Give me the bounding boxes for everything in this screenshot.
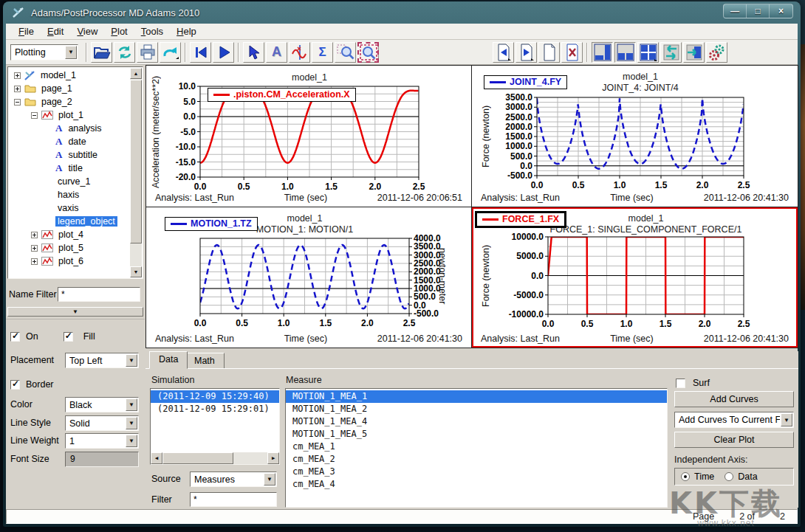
undo-button[interactable] [160,42,181,63]
tree-item-curve_1[interactable]: curve_1 [10,175,129,188]
plot-cell-plot_6[interactable]: 0.00.51.01.52.02.5-10000.0-5000.00.05000… [472,207,798,348]
zoom-tool-button[interactable] [335,42,356,63]
page-layout-2-button[interactable] [614,42,636,63]
menu-plot[interactable]: Plot [104,24,134,38]
chevron-down-icon[interactable]: ▼ [65,46,77,59]
filter-input[interactable] [190,492,277,507]
line-weight-select[interactable]: 1 ▼ [65,433,139,449]
simulation-hscrollbar[interactable]: ◀ ▶ [151,452,279,464]
tree-item-haxis[interactable]: haxis [10,188,129,201]
tree-item-model_1[interactable]: model_1 [10,69,129,82]
page-layout-grid-button[interactable] [637,42,659,63]
name-filter-input[interactable] [58,287,140,302]
simulation-list-item[interactable]: (2011-12-09 15:29:40) [151,390,279,403]
add-curves-button[interactable]: Add Curves [674,391,794,407]
tree-item-plot_1[interactable]: plot_1 [10,108,129,122]
menu-view[interactable]: View [70,24,104,38]
text-tool-button[interactable]: A [266,42,287,63]
tree-expand-icon[interactable] [31,245,38,252]
add-curves-to-current-select[interactable]: Add Curves To Current F ▼ [674,412,794,428]
chevron-down-icon[interactable]: ▼ [126,417,137,429]
chevron-down-icon[interactable]: ▼ [126,398,137,411]
measure-list-item[interactable]: MOTION_1_MEA_1 [286,390,667,403]
maximize-button[interactable]: □ [747,4,770,18]
tree-item-legend_object[interactable]: legend_object [10,215,129,228]
title-bar[interactable]: Adams/PostProcessor MD Adams 2010 — □ × [3,1,801,24]
measure-list[interactable]: MOTION_1_MEA_1MOTION_1_MEA_2MOTION_1_MEA… [285,388,668,508]
play-button[interactable] [213,42,234,63]
source-select[interactable]: Measures ▼ [190,471,277,487]
next-page-button[interactable] [515,42,537,63]
tree-item-analysis[interactable]: Aanalysis [10,122,129,135]
plot-legend-plot_4[interactable]: JOINT_4.FY [484,75,567,89]
skip-to-start-button[interactable] [190,42,211,63]
open-file-button[interactable] [91,42,112,63]
preferences-button[interactable] [706,42,727,63]
tree-expand-icon[interactable] [31,112,38,119]
tree-scrollbar-thumb[interactable] [130,80,142,243]
tree-item-title[interactable]: Atitle [10,162,129,175]
tab-data[interactable]: Data [149,351,188,369]
scroll-left-icon[interactable]: ◀ [151,452,162,464]
statistics-tool-button[interactable]: Σ [312,42,333,63]
on-checkbox[interactable] [10,332,20,342]
print-button[interactable] [137,42,158,63]
chevron-down-icon[interactable]: ▼ [126,435,137,447]
new-page-button[interactable] [538,42,560,63]
chevron-down-icon[interactable]: ▼ [264,473,275,486]
minimize-button[interactable]: — [724,4,747,18]
previous-page-button[interactable] [493,42,514,63]
tree-item-plot_5[interactable]: plot_5 [10,241,129,255]
time-radio[interactable] [681,472,690,481]
menu-edit[interactable]: Edit [41,24,70,38]
menu-tools[interactable]: Tools [134,24,170,38]
placement-select[interactable]: Top Left ▼ [65,353,139,368]
tree-item-vaxis[interactable]: vaxis [10,201,129,215]
scroll-right-icon[interactable]: ▶ [267,452,279,464]
tree-item-page_2[interactable]: page_2 [10,95,129,108]
measure-list-item[interactable]: MOTION_1_MEA_4 [286,415,667,428]
measure-list-item[interactable]: cm_MEA_3 [286,466,667,478]
tree-item-plot_4[interactable]: plot_4 [10,228,129,241]
line-style-select[interactable]: Solid ▼ [65,415,139,431]
border-checkbox[interactable] [10,380,20,390]
menu-file[interactable]: File [12,24,41,38]
close-button[interactable]: × [770,4,792,18]
zoom-area-tool-button[interactable] [357,42,379,63]
measure-list-item[interactable]: MOTION_1_MEA_2 [286,403,667,415]
chevron-down-icon[interactable]: ▼ [126,354,137,367]
plot-canvas-plot_1[interactable]: 0.00.51.01.52.02.5-20.0-15.0-10.0-5.00.0… [146,66,471,207]
tree-expand-icon[interactable] [14,72,21,79]
clear-plot-button[interactable]: Clear Plot [674,432,794,448]
scroll-up-icon[interactable]: ▲ [130,68,142,79]
plot-cell-plot_5[interactable]: 0.00.51.01.52.02.5-500.00.0500.01000.015… [146,207,471,348]
tab-math[interactable]: Math [185,353,225,369]
tree-scrollbar[interactable]: ▲ ▼ [130,68,142,277]
curve-edit-tool-button[interactable] [289,42,310,63]
plot-cell-plot_4[interactable]: 0.00.51.01.52.02.5-500.00.0500.01000.015… [472,66,798,207]
plot-legend-plot_6[interactable]: FORCE_1.FX [475,211,566,228]
tree-item-plot_6[interactable]: plot_6 [10,255,129,268]
scroll-down-icon[interactable]: ▼ [130,266,142,277]
tree-item-subtitle[interactable]: Asubtitle [10,148,129,162]
tree-expand-icon[interactable] [31,232,38,238]
simulation-hscroll-thumb[interactable] [162,452,233,464]
tree-expand-icon[interactable] [14,86,21,92]
swap-view-button[interactable] [660,42,682,63]
delete-page-button[interactable] [561,42,583,63]
fill-checkbox[interactable] [64,332,73,342]
data-radio[interactable] [724,472,733,481]
plot-legend-plot_5[interactable]: MOTION_1.TZ [165,217,258,231]
reload-button[interactable] [114,42,135,63]
measure-list-item[interactable]: cm_MEA_2 [286,453,667,466]
single-view-button[interactable] [683,42,705,63]
simulation-list[interactable]: (2011-12-09 15:29:40)(2011-12-09 15:29:0… [150,388,280,465]
color-select[interactable]: Black ▼ [65,397,139,412]
page-layout-1-button[interactable] [592,42,613,63]
mode-select[interactable]: Plotting ▼ [10,44,78,61]
select-tool-button[interactable] [243,42,264,63]
chevron-down-icon[interactable]: ▼ [781,413,792,426]
measure-list-item[interactable]: cm_MEA_4 [286,478,667,491]
tree-expand-icon[interactable] [31,258,38,265]
surf-checkbox[interactable] [676,379,685,388]
